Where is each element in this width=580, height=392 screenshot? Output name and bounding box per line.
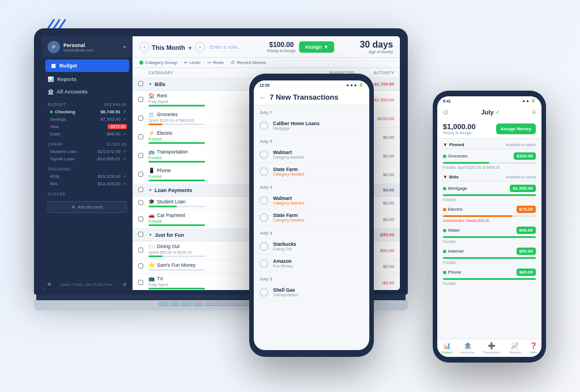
- check-icon: ✓: [123, 174, 127, 179]
- rent-icon: 🏠: [148, 93, 155, 99]
- row-checkbox[interactable]: [138, 216, 143, 221]
- all-accounts-button[interactable]: 🏦 All Accounts: [42, 86, 133, 98]
- tx-select-circle[interactable]: [259, 288, 268, 297]
- list-item[interactable]: Phone $60.00: [442, 266, 537, 278]
- row-checkbox[interactable]: [138, 97, 143, 102]
- age-of-money: 30 days Age of Money: [360, 40, 393, 54]
- list-item[interactable]: Shell Gas Transportation: [259, 284, 364, 301]
- row-checkbox[interactable]: [138, 116, 143, 121]
- progress-bar: [443, 215, 536, 217]
- accounts-nav-icon: 🏦: [464, 342, 472, 350]
- chevron-icon: ▼: [148, 82, 152, 86]
- row-checkbox[interactable]: [138, 280, 143, 285]
- transaction-nav-icon: ➕: [488, 342, 496, 350]
- list-icon[interactable]: ≡: [532, 108, 536, 116]
- month-dropdown-icon: ▼: [187, 45, 193, 51]
- bottom-nav-transaction[interactable]: ➕ Transaction: [483, 342, 501, 354]
- progress-bar: [148, 180, 205, 181]
- list-item[interactable]: Groceries $200.00: [442, 150, 537, 162]
- menu-icon[interactable]: ⊙: [443, 108, 449, 116]
- group-checkbox[interactable]: [138, 81, 143, 86]
- reports-icon: 📊: [48, 76, 54, 82]
- tx-select-circle[interactable]: [259, 196, 268, 205]
- toolbar: Category Group ↩ Undo ↪ Redo ⏱ Recent: [133, 58, 400, 68]
- list-item[interactable]: Amazon Fun Money: [259, 255, 364, 272]
- account-savings[interactable]: Savings $7,500.00 ✓: [42, 116, 133, 123]
- account-student-loan[interactable]: Student Loan -$15,072.69 ✓: [42, 148, 133, 155]
- date-header-july5: July 5: [259, 134, 364, 146]
- redo-button[interactable]: ↪ Redo: [207, 60, 224, 65]
- bottom-nav-reports[interactable]: 📈 Reports: [509, 342, 521, 354]
- help-nav-icon: ❓: [530, 342, 538, 350]
- row-checkbox[interactable]: [138, 134, 143, 139]
- sams-fun-icon: ⭐: [148, 262, 155, 268]
- account-checking[interactable]: Checking $8,749.91 ✓: [42, 108, 133, 116]
- add-account-button[interactable]: ⊕ Add Account: [48, 201, 127, 213]
- current-month-label: This Month: [152, 44, 185, 51]
- assign-button[interactable]: Assign ▼: [299, 41, 334, 53]
- bottom-nav-budget[interactable]: 📊 Budget: [441, 342, 452, 354]
- row-checkbox[interactable]: [138, 248, 143, 253]
- date-header-july7: July 7: [259, 105, 364, 117]
- account-toyota-loan[interactable]: Toyota Loan -$10,505.01 ✓: [42, 155, 133, 163]
- progress-bar: [443, 236, 536, 238]
- plus-icon: ⊕: [71, 204, 75, 210]
- list-item[interactable]: Walmart Category Needed: [259, 192, 364, 209]
- group-checkbox[interactable]: [138, 187, 143, 192]
- row-checkbox[interactable]: [138, 200, 143, 205]
- tx-select-circle[interactable]: [259, 242, 268, 251]
- accounts-icon: 🏦: [48, 89, 54, 95]
- row-checkbox[interactable]: [138, 172, 143, 177]
- sidebar-item-budget[interactable]: ▦ Budget: [45, 59, 129, 72]
- tx-select-circle[interactable]: [259, 213, 268, 222]
- account-cash[interactable]: Cash $66.00 ✓: [42, 130, 133, 138]
- list-item[interactable]: Water $40.00: [442, 224, 537, 236]
- undo-button[interactable]: ↩ Undo: [184, 60, 201, 65]
- progress-bar: [443, 162, 536, 164]
- progress-note: Funded. Spent $200.00 of $400.00: [443, 165, 536, 169]
- student-loan-icon: 🎓: [148, 199, 155, 204]
- recent-moves-button[interactable]: ⏱ Recent Moves: [231, 60, 266, 65]
- list-item[interactable]: State Farm Category Needed: [259, 163, 364, 180]
- tx-select-circle[interactable]: [259, 259, 268, 268]
- note-input[interactable]: Enter a note...: [210, 44, 242, 50]
- tx-select-circle[interactable]: [259, 150, 268, 159]
- list-item[interactable]: Electric $75.00: [442, 203, 537, 215]
- prev-month-button[interactable]: ‹: [139, 42, 150, 52]
- list-item[interactable]: Caliber Home Loans Mortgage: [259, 117, 364, 134]
- list-item[interactable]: State Farm Category Needed: [259, 209, 364, 226]
- row-checkbox[interactable]: [138, 153, 143, 158]
- back-button[interactable]: ←: [259, 93, 266, 101]
- tv-icon: 📺: [148, 276, 155, 282]
- list-item[interactable]: Mortgage $1,550.00: [442, 182, 537, 194]
- right-assign-button[interactable]: Assign Money: [496, 123, 536, 134]
- tx-select-circle[interactable]: [259, 121, 268, 130]
- list-item[interactable]: Walmart Category Needed: [259, 146, 364, 163]
- bottom-nav-help[interactable]: ❓ Help: [530, 342, 538, 354]
- bottom-nav-accounts[interactable]: 🏦 Accounts: [460, 342, 475, 354]
- right-time-display: 9:41: [443, 99, 451, 103]
- month-navigation: ‹ This Month ▼ ›: [139, 42, 205, 52]
- phone-screen: 12:30 ▲▲▲ 🔋 ← 7 New Transactions July 7 …: [254, 80, 369, 350]
- progress-bar: [148, 161, 205, 163]
- category-group-button[interactable]: Category Group: [139, 60, 177, 65]
- next-month-button[interactable]: ›: [195, 42, 205, 52]
- group-checkbox[interactable]: [138, 232, 143, 237]
- right-phone-screen: 9:41 ▲▲ 🔋 ⊙ July ✓ ≡ $1,000.00 Ready to …: [437, 96, 541, 357]
- row-checkbox[interactable]: [138, 263, 143, 269]
- list-item[interactable]: Internet $50.00: [442, 245, 537, 257]
- progress-bar: [148, 206, 205, 207]
- sidebar-item-reports[interactable]: 📊 Reports: [42, 73, 133, 86]
- progress-bar: [443, 278, 536, 280]
- section-label-tracking: TRACKING: [42, 163, 133, 173]
- list-item[interactable]: Starbucks Eating Out: [259, 238, 364, 255]
- progress-note: Funded: [443, 261, 536, 265]
- category-dot: [443, 208, 446, 211]
- account-ira[interactable]: IRA $12,429.00 ✓: [42, 180, 133, 188]
- progress-note: Funded: [443, 198, 536, 202]
- account-401k[interactable]: 401k $19,329.00 ✓: [42, 173, 133, 180]
- account-visa[interactable]: Visa -$375.00: [42, 123, 133, 130]
- tx-select-circle[interactable]: [259, 167, 268, 176]
- category-dot: [443, 187, 446, 190]
- moves-icon: ⏱: [231, 60, 235, 65]
